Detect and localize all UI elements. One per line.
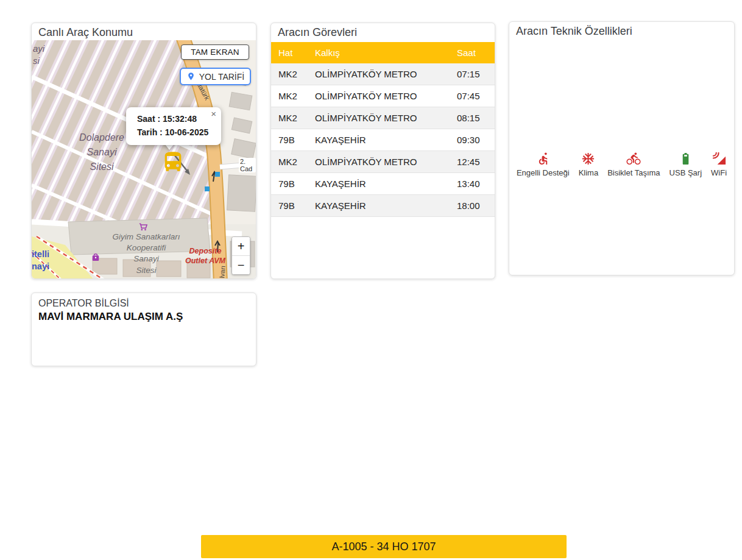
task-row: 79B KAYAŞEHİR 09:30 <box>271 129 495 151</box>
task-departure: OLİMPİYATKÖY METRO <box>308 107 450 129</box>
task-time: 18:00 <box>450 195 495 217</box>
vehicle-info-popup: × Saat : 15:32:48 Tarih : 10-06-2025 <box>126 107 221 145</box>
task-departure: OLİMPİYATKÖY METRO <box>308 85 450 107</box>
task-time: 07:15 <box>450 63 495 85</box>
shopping-bag-icon <box>91 252 100 261</box>
col-header-kalkis: Kalkış <box>308 42 450 63</box>
feature-label: WiFi <box>711 168 727 177</box>
live-location-card: Canlı Araç Konumu <box>31 23 256 279</box>
vehicle-tasks-title: Aracın Görevleri <box>271 23 495 42</box>
task-line: 79B <box>271 173 308 195</box>
feature-label: Bisiklet Taşıma <box>607 168 660 177</box>
feature-label: USB Şarj <box>670 168 702 177</box>
map-canvas[interactable]: ayi si Dolapdere Sanayi Sitesi Giyim San… <box>32 40 256 278</box>
map-label-deposite-outlet: Deposite Outlet AVM <box>180 246 231 266</box>
zoom-in-button[interactable]: + <box>232 237 250 255</box>
map-label-partial-site: ayi si <box>33 43 44 66</box>
task-row: 79B KAYAŞEHİR 13:40 <box>271 173 495 195</box>
map-label-2cad-street: 2. Cad <box>239 158 256 172</box>
snowflake-icon <box>581 152 595 166</box>
wifi-icon <box>712 152 726 166</box>
popup-time: Saat : 15:32:48 <box>137 113 214 126</box>
feature-usb-charge: USB Şarj <box>670 152 702 177</box>
tasks-table: Hat Kalkış Saat MK2 OLİMPİYATKÖY METRO 0… <box>271 42 495 217</box>
feature-wifi: WiFi <box>711 152 727 177</box>
close-icon[interactable]: × <box>211 108 216 119</box>
col-header-saat: Saat <box>450 42 495 63</box>
vehicle-specs-title: Aracın Teknik Özellikleri <box>509 22 734 41</box>
directions-button[interactable]: YOL TARİFİ <box>180 68 251 85</box>
task-row: MK2 OLİMPİYATKÖY METRO 07:45 <box>271 85 495 107</box>
feature-list: Engelli Desteği Klima Bisiklet Taşıma US… <box>509 152 734 177</box>
directions-button-label: YOL TARİFİ <box>199 72 244 82</box>
map-label-bulvari-street: lvarı <box>218 265 227 278</box>
shopping-cart-icon <box>139 223 147 231</box>
task-row: MK2 OLİMPİYATKÖY METRO 08:15 <box>271 107 495 129</box>
map-label-ikitelli: itelli nayi <box>32 249 49 272</box>
operator-info-title: OPERATOR BİLGİSİ <box>32 293 256 309</box>
popup-date: Tarih : 10-06-2025 <box>137 126 214 140</box>
feature-ac: Klima <box>579 152 599 177</box>
task-time: 09:30 <box>450 129 495 151</box>
task-departure: OLİMPİYATKÖY METRO <box>308 151 450 173</box>
feature-label: Klima <box>579 168 599 177</box>
location-pin-icon <box>186 72 196 81</box>
task-time: 08:15 <box>450 107 495 129</box>
task-row: MK2 OLİMPİYATKÖY METRO 07:15 <box>271 63 495 85</box>
task-line: MK2 <box>271 63 308 85</box>
task-departure: OLİMPİYATKÖY METRO <box>308 63 450 85</box>
task-line: MK2 <box>271 85 308 107</box>
task-time: 07:45 <box>450 85 495 107</box>
task-line: 79B <box>271 129 308 151</box>
feature-label: Engelli Desteği <box>517 168 570 177</box>
feature-accessibility: Engelli Desteği <box>517 152 570 177</box>
zoom-out-button[interactable]: − <box>232 255 250 274</box>
col-header-hat: Hat <box>271 42 308 63</box>
operator-name: MAVİ MARMARA ULAŞIM A.Ş <box>32 309 256 325</box>
map-stop-marker[interactable] <box>205 186 210 191</box>
map-zoom-control: + − <box>231 236 250 275</box>
vehicle-id-bar: A-1005 - 34 HO 1707 <box>201 535 567 558</box>
map-stop-marker[interactable] <box>215 172 220 177</box>
wheelchair-icon <box>536 152 550 166</box>
feature-bike-rack: Bisiklet Taşıma <box>607 152 660 177</box>
task-time: 12:45 <box>450 151 495 173</box>
task-line: MK2 <box>271 151 308 173</box>
task-line: 79B <box>271 195 308 217</box>
bicycle-icon <box>626 152 641 166</box>
task-row: 79B KAYAŞEHİR 18:00 <box>271 195 495 217</box>
tasks-header-row: Hat Kalkış Saat <box>271 42 495 63</box>
task-departure: KAYAŞEHİR <box>308 195 450 217</box>
task-departure: KAYAŞEHİR <box>308 129 450 151</box>
battery-icon <box>679 152 693 166</box>
vehicle-tasks-card: Aracın Görevleri Hat Kalkış Saat MK2 OLİ… <box>270 23 495 279</box>
map-label-giyim-koop: Giyim Sanatkarları Kooperatifi Sanayi Si… <box>104 232 189 276</box>
task-line: MK2 <box>271 107 308 129</box>
fullscreen-button[interactable]: TAM EKRAN <box>181 44 249 60</box>
vehicle-specs-card: Aracın Teknik Özellikleri Engelli Desteğ… <box>509 21 735 275</box>
vehicle-id-label: A-1005 - 34 HO 1707 <box>331 541 436 553</box>
live-location-title: Canlı Araç Konumu <box>32 23 256 42</box>
task-row: MK2 OLİMPİYATKÖY METRO 12:45 <box>271 151 495 173</box>
task-time: 13:40 <box>450 173 495 195</box>
operator-info-card: OPERATOR BİLGİSİ MAVİ MARMARA ULAŞIM A.Ş <box>31 292 256 366</box>
task-departure: KAYAŞEHİR <box>308 173 450 195</box>
